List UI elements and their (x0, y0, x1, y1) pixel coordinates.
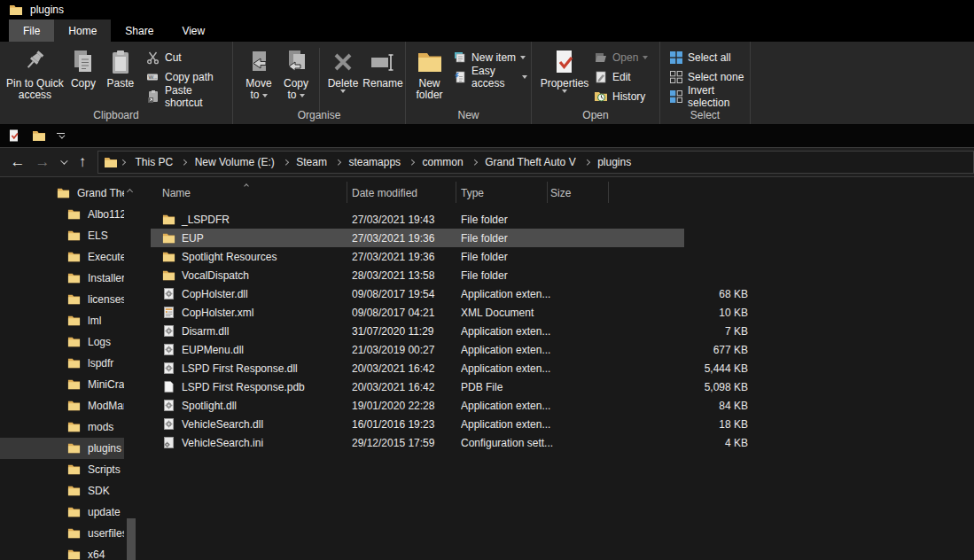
breadcrumb-item[interactable]: This PC (128, 156, 182, 168)
copy-to-label: Copyto (284, 78, 308, 101)
sidebar-item-grand-the[interactable]: Grand The (0, 183, 124, 204)
explorer-window: plugins File Home Share View Pin to Quic… (0, 0, 974, 560)
column-separator[interactable] (347, 182, 347, 203)
rename-button[interactable]: Rename (362, 46, 404, 89)
folder-icon (67, 484, 82, 498)
file-size: 7 KB (547, 322, 748, 340)
file-row[interactable]: VehicleSearch.ini29/12/2015 17:59Configu… (151, 433, 684, 452)
file-row[interactable]: Spotlight.dll19/01/2020 22:28Application… (151, 396, 684, 415)
breadcrumb-item[interactable]: Grand Theft Auto V (477, 156, 584, 168)
pin-to-quick-access-button[interactable]: Pin to Quick access (5, 46, 65, 101)
file-name: _LSPDFR (182, 214, 230, 226)
folder-icon (67, 399, 82, 413)
sidebar-item-minicras[interactable]: MiniCras (0, 374, 124, 395)
ribbon-group-select: Select all Select none Invert selection … (660, 42, 751, 124)
easy-access-button[interactable]: Easy access (449, 67, 531, 87)
sidebar-item-plugins[interactable]: plugins (0, 438, 124, 459)
customize-quick-access-toolbar-button[interactable] (57, 133, 65, 139)
file-row[interactable]: CopHolster.dll09/08/2017 19:54Applicatio… (151, 284, 684, 303)
sidebar-item-userfiles[interactable]: userfiles (0, 523, 124, 544)
sidebar-item-lml[interactable]: lml (0, 310, 124, 331)
sidebar-item-update[interactable]: update (0, 502, 124, 523)
paste-shortcut-button[interactable]: Paste shortcut (143, 87, 232, 106)
open-button[interactable]: Open (590, 48, 651, 67)
file-name: LSPD First Response.dll (182, 362, 298, 375)
column-separator[interactable] (456, 182, 456, 203)
column-separator[interactable] (547, 182, 548, 203)
copy-button[interactable]: Copy (65, 46, 102, 89)
sidebar-item-albo1125[interactable]: Albo1125 (0, 204, 124, 225)
new-folder-button[interactable]: Newfolder (411, 46, 448, 101)
file-row[interactable]: EUPMenu.dll21/03/2019 00:27Application e… (151, 340, 684, 359)
tab-view[interactable]: View (168, 19, 219, 42)
breadcrumb-item[interactable]: Steam (288, 156, 335, 168)
file-row[interactable]: LSPD First Response.pdb20/03/2021 16:42P… (151, 377, 684, 396)
delete-button[interactable]: Delete (324, 46, 362, 93)
tab-file[interactable]: File (9, 19, 54, 42)
dropdown-caret-icon (643, 56, 648, 59)
file-row[interactable]: EUP27/03/2021 19:36File folder (151, 229, 684, 247)
sidebar-item-scripts[interactable]: Scripts (0, 459, 124, 480)
sidebar-item-logs[interactable]: Logs (0, 331, 124, 353)
file-row[interactable]: VocalDispatch28/03/2021 13:58File folder (151, 266, 684, 284)
properties-button[interactable]: Properties (539, 46, 590, 93)
back-button[interactable]: ← (5, 153, 30, 171)
column-header-date-modified[interactable]: Date modified (352, 183, 451, 204)
file-row[interactable]: LSPD First Response.dll20/03/2021 16:42A… (151, 359, 684, 377)
breadcrumb-item[interactable]: New Volume (E:) (187, 156, 283, 168)
file-row[interactable]: VehicleSearch.dll16/01/2016 19:23Applica… (151, 415, 684, 433)
sidebar-item-lspdfr[interactable]: lspdfr (0, 353, 124, 374)
column-separator[interactable] (608, 182, 609, 203)
qat-new-folder-button[interactable] (32, 128, 46, 143)
file-name: EUP (182, 232, 204, 245)
sidebar-scrollbar[interactable] (125, 177, 138, 560)
paste-button[interactable]: Paste (102, 46, 139, 89)
breadcrumb-item[interactable]: common (415, 156, 471, 168)
invert-selection-button[interactable]: Invert selection (666, 87, 750, 106)
sidebar-item-sdk[interactable]: SDK (0, 480, 124, 502)
column-header-type[interactable]: Type (461, 183, 545, 204)
sidebar-item-label: Grand The (77, 187, 124, 199)
sidebar-item-licenses[interactable]: licenses (0, 289, 124, 310)
recent-locations-button[interactable] (55, 159, 71, 165)
scrollbar-thumb[interactable] (127, 518, 136, 560)
column-header-name[interactable]: Name (162, 183, 344, 204)
window-title: plugins (30, 4, 64, 16)
up-button[interactable]: ↑ (71, 153, 94, 171)
sidebar-item-els[interactable]: ELS (0, 225, 124, 246)
select-all-label: Select all (688, 51, 731, 64)
sidebar-item-installers[interactable]: Installers (0, 268, 124, 289)
breadcrumb-item[interactable]: steamapps (340, 156, 409, 168)
copy-path-icon: W... (146, 70, 160, 84)
file-row[interactable]: _LSPDFR27/03/2021 19:43File folder (151, 210, 684, 229)
edit-button[interactable]: Edit (590, 67, 651, 87)
sidebar-item-label: licenses (88, 293, 124, 306)
rename-label: Rename (362, 78, 402, 89)
cut-button[interactable]: Cut (143, 48, 232, 67)
copy-to-button[interactable]: Copyto (277, 46, 315, 101)
file-row[interactable]: CopHolster.xml09/08/2017 04:21XML Docume… (151, 303, 684, 322)
sidebar-item-modmar[interactable]: ModMar (0, 395, 124, 416)
tab-share[interactable]: Share (111, 19, 168, 42)
file-list: _LSPDFR27/03/2021 19:43File folderEUP27/… (151, 210, 974, 452)
move-to-button[interactable]: Moveto (240, 46, 277, 101)
forward-button[interactable]: → (30, 153, 55, 171)
sidebar-item-x64[interactable]: x64 (0, 544, 124, 560)
history-button[interactable]: History (590, 87, 651, 106)
select-none-label: Select none (688, 71, 744, 83)
sidebar-item-mods[interactable]: mods (0, 416, 124, 438)
select-all-button[interactable]: Select all (666, 48, 750, 67)
move-to-label: Moveto (245, 78, 271, 101)
open-group-label: Open (532, 109, 659, 121)
sidebar-item-executec[interactable]: ExecuteC (0, 246, 124, 268)
file-row[interactable]: Spotlight Resources27/03/2021 19:36File … (151, 247, 684, 266)
breadcrumb-item[interactable]: plugins (589, 156, 639, 168)
file-size: 84 KB (547, 396, 748, 415)
qat-properties-button[interactable] (7, 128, 21, 143)
sidebar-item-label: plugins (88, 442, 121, 455)
address-bar[interactable]: This PCNew Volume (E:)Steamsteamappscomm… (97, 151, 974, 174)
tab-home[interactable]: Home (54, 19, 111, 42)
folder-icon (67, 271, 82, 285)
file-row[interactable]: Disarm.dll31/07/2020 11:29Application ex… (151, 322, 684, 340)
column-header-size[interactable]: Size (550, 183, 602, 204)
